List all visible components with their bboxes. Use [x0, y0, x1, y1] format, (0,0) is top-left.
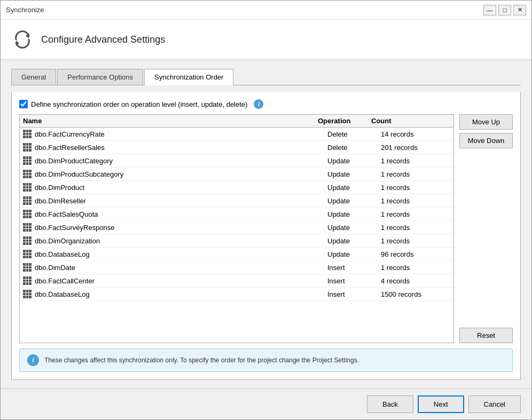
table-row[interactable]: dbo.DimResellerUpdate1 records: [20, 194, 453, 208]
table-row[interactable]: dbo.DimProductSubcategoryUpdate1 records: [20, 168, 453, 181]
tabs-container: General Performance Options Synchronizat…: [11, 69, 521, 85]
table-row[interactable]: dbo.DimOrganizationUpdate1 records: [20, 234, 453, 248]
table-icon: [23, 236, 32, 245]
table-icon: [23, 223, 32, 232]
table-row[interactable]: dbo.DatabaseLogUpdate96 records: [20, 248, 453, 261]
table-row[interactable]: dbo.FactResellerSalesDelete201 records: [20, 141, 453, 154]
row-name: dbo.DimDate: [35, 264, 75, 272]
row-operation: Update: [327, 210, 381, 218]
move-down-button[interactable]: Move Down: [459, 133, 513, 148]
cell-name: dbo.DimReseller: [23, 196, 327, 205]
row-count: 1 records: [381, 210, 450, 218]
table-row[interactable]: dbo.FactSalesQuotaUpdate1 records: [20, 208, 453, 221]
row-count: 1 records: [381, 170, 450, 178]
sync-order-checkbox[interactable]: [19, 100, 28, 108]
row-operation: Insert: [327, 264, 381, 272]
row-operation: Insert: [327, 277, 381, 285]
row-operation: Delete: [327, 144, 381, 152]
table-icon: [23, 196, 32, 205]
row-operation: Update: [327, 250, 381, 258]
cell-name: dbo.DimProductSubcategory: [23, 170, 327, 178]
row-count: 1 records: [381, 237, 450, 245]
row-operation: Update: [327, 224, 381, 232]
title-bar: Synchronize — □ ✕: [1, 1, 531, 20]
cell-name: dbo.FactCurrencyRate: [23, 130, 327, 138]
close-button[interactable]: ✕: [513, 5, 526, 15]
row-operation: Insert: [327, 290, 381, 298]
row-name: dbo.DatabaseLog: [35, 250, 90, 258]
cell-name: dbo.DimDate: [23, 263, 327, 272]
cell-name: dbo.FactCallCenter: [23, 276, 327, 285]
cell-name: dbo.FactSalesQuota: [23, 210, 327, 218]
info-banner-text: These changes affect this synchronizatio…: [44, 356, 359, 364]
row-name: dbo.FactCallCenter: [35, 277, 95, 285]
minimize-button[interactable]: —: [483, 5, 496, 15]
checkbox-row: Define synchronization order on operatio…: [19, 99, 513, 109]
row-count: 1 records: [381, 157, 450, 165]
cell-name: dbo.DimProduct: [23, 183, 327, 192]
row-count: 1 records: [381, 224, 450, 232]
row-operation: Update: [327, 184, 381, 192]
side-top-buttons: Move Up Move Down: [459, 114, 513, 148]
table-icon: [23, 276, 32, 285]
next-button[interactable]: Next: [418, 395, 464, 413]
row-count: 1 records: [381, 264, 450, 272]
table-row[interactable]: dbo.FactCallCenterInsert4 records: [20, 274, 453, 288]
tab-general[interactable]: General: [11, 69, 56, 85]
cell-name: dbo.DatabaseLog: [23, 290, 327, 298]
row-count: 1 records: [381, 184, 450, 192]
cancel-button[interactable]: Cancel: [468, 395, 521, 413]
row-operation: Update: [327, 157, 381, 165]
table-icon: [23, 143, 32, 152]
tab-sync-order[interactable]: Synchronization Order: [144, 69, 233, 85]
move-up-button[interactable]: Move Up: [459, 114, 513, 130]
info-banner-icon: i: [27, 354, 39, 366]
row-operation: Update: [327, 170, 381, 178]
table-icon: [23, 263, 32, 272]
row-count: 1500 records: [381, 290, 450, 298]
reset-button-area: Reset: [459, 328, 513, 343]
panel-content: Define synchronization order on operatio…: [11, 92, 521, 380]
table-body[interactable]: dbo.FactCurrencyRateDelete14 recordsdbo.…: [20, 128, 453, 343]
row-operation: Delete: [327, 130, 381, 138]
row-name: dbo.FactResellerSales: [35, 144, 105, 152]
footer: Back Next Cancel: [1, 389, 531, 419]
table-icon: [23, 156, 32, 165]
table-row[interactable]: dbo.DimDateInsert1 records: [20, 261, 453, 274]
row-name: dbo.FactCurrencyRate: [35, 130, 105, 138]
table-icon: [23, 290, 32, 298]
row-count: 96 records: [381, 250, 450, 258]
row-count: 4 records: [381, 277, 450, 285]
back-button[interactable]: Back: [367, 395, 413, 413]
row-operation: Update: [327, 237, 381, 245]
reset-button[interactable]: Reset: [459, 328, 513, 343]
row-name: dbo.DimReseller: [35, 197, 86, 205]
row-name: dbo.DimProductCategory: [35, 157, 113, 165]
row-name: dbo.FactSalesQuota: [35, 210, 98, 218]
title-bar-left: Synchronize: [6, 6, 44, 14]
table-row[interactable]: dbo.DimProductCategoryUpdate1 records: [20, 154, 453, 168]
table-section: Name Operation Count dbo.FactCurrencyRat…: [19, 114, 513, 343]
table-header: Name Operation Count: [20, 115, 453, 128]
tab-performance[interactable]: Performance Options: [57, 69, 143, 85]
table-row[interactable]: dbo.FactSurveyResponseUpdate1 records: [20, 221, 453, 234]
row-name: dbo.DimProductSubcategory: [35, 170, 123, 178]
row-count: 14 records: [381, 130, 450, 138]
cell-name: dbo.FactSurveyResponse: [23, 223, 327, 232]
title-bar-controls: — □ ✕: [483, 5, 526, 15]
sync-icon: [11, 28, 34, 51]
row-count: 201 records: [381, 144, 450, 152]
info-banner: i These changes affect this synchronizat…: [19, 348, 513, 372]
row-name: dbo.DimOrganization: [35, 237, 100, 245]
maximize-button[interactable]: □: [498, 5, 511, 15]
table-row[interactable]: dbo.DimProductUpdate1 records: [20, 181, 453, 194]
table-row[interactable]: dbo.FactCurrencyRateDelete14 records: [20, 128, 453, 141]
content-area: General Performance Options Synchronizat…: [1, 60, 531, 389]
row-count: 1 records: [381, 197, 450, 205]
table-icon: [23, 250, 32, 258]
checkbox-info-icon[interactable]: i: [254, 99, 263, 109]
side-buttons: Move Up Move Down Reset: [459, 114, 513, 343]
window-title: Synchronize: [6, 6, 44, 14]
table-row[interactable]: dbo.DatabaseLogInsert1500 records: [20, 288, 453, 301]
checkbox-label: Define synchronization order on operatio…: [31, 100, 247, 108]
